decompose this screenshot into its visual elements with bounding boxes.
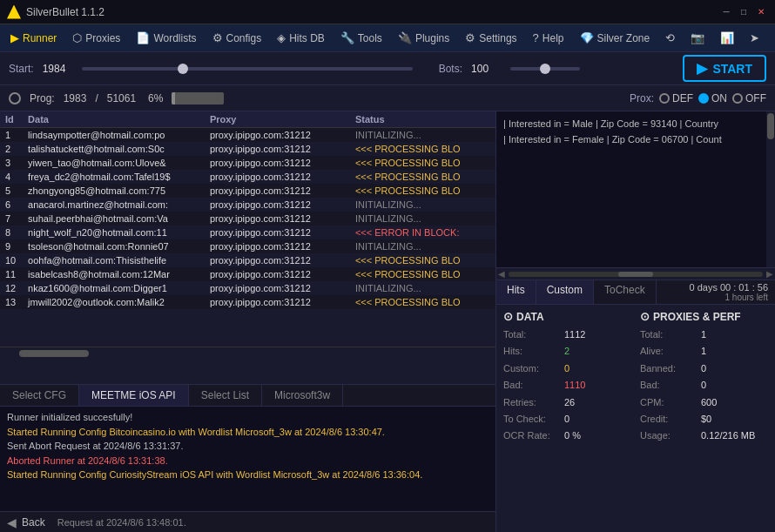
main-content: Id Data Proxy Status 1 lindsaympotter@ho…: [0, 111, 775, 532]
nav-label-hitsdb: Hits DB: [289, 32, 325, 44]
table-row[interactable]: 8 night_wolf_n20@hotmail.com:11 proxy.ip…: [0, 226, 495, 239]
right-hscroll-thumb[interactable]: [618, 272, 653, 277]
table-row[interactable]: 1 lindsaympotter@hotmail.com:po proxy.ip…: [0, 128, 495, 143]
back-button[interactable]: ◀ Back Request at 2024/8/6 13:48:01.: [0, 511, 495, 532]
cell-id: 2: [0, 142, 23, 156]
nav-item-settings[interactable]: ⚙Settings: [458, 28, 523, 48]
proxies-stats-col: ⊙ PROXIES & PERF Total:1Alive:1Banned:0B…: [640, 310, 768, 527]
nav-icon-help: ?: [533, 31, 539, 44]
hscroll-right-arrow[interactable]: ▶: [766, 269, 773, 279]
nav-item-wordlists[interactable]: 📄Wordlists: [129, 28, 203, 48]
table-row[interactable]: 13 jmwill2002@outlook.com:Malik2 proxy.i…: [0, 295, 495, 309]
table-row[interactable]: 7 suhail.peerbhai@hotmail.com:Va proxy.i…: [0, 212, 495, 226]
nav-item-plugins[interactable]: 🔌Plugins: [391, 28, 456, 48]
cell-id: 11: [0, 267, 23, 281]
nav-item-camera[interactable]: 📷: [684, 28, 711, 48]
log-area: Runner initialized succesfully!Started R…: [0, 407, 495, 511]
cell-proxy: proxy.ipipgo.com:31212: [205, 212, 350, 226]
stats-tab-tocheck[interactable]: ToCheck: [594, 280, 657, 304]
proxy-def-radio[interactable]: [659, 93, 670, 104]
cell-id: 7: [0, 212, 23, 226]
tab-item-select-list[interactable]: Select List: [189, 385, 262, 406]
nav-label-silverzone: Silver Zone: [597, 32, 650, 44]
proxy-on-radio[interactable]: [698, 93, 709, 104]
stat-value: 0 %: [564, 429, 581, 442]
tab-item-select-cfg[interactable]: Select CFG: [0, 385, 79, 406]
table-scroll-area[interactable]: Id Data Proxy Status 1 lindsaympotter@ho…: [0, 111, 495, 347]
log-line: Started Running Config Bitcoincasino.io …: [7, 425, 489, 440]
nav-item-configs[interactable]: ⚙Configs: [206, 28, 269, 48]
log-line: Sent Abort Request at 2024/8/6 13:31:37.: [7, 439, 489, 454]
nav-item-proxies[interactable]: ⬡Proxies: [65, 28, 127, 48]
table-row[interactable]: 12 nkaz1600@hotmail.com:Digger1 proxy.ip…: [0, 281, 495, 295]
right-output-scrollbar[interactable]: [766, 111, 775, 267]
tab-item-meetme-ios-api[interactable]: MEETME iOS API: [79, 385, 189, 406]
right-hscroll[interactable]: ◀ ▶: [496, 268, 775, 280]
proxies-stat-row: Total:1: [640, 328, 768, 341]
timer-display: 0 days 00 : 01 : 56 1 hours left: [682, 280, 775, 304]
cell-status: <<< ERROR IN BLOCK:: [350, 226, 495, 239]
nav-item-hitsdb[interactable]: ◈Hits DB: [270, 28, 332, 48]
stat-label: To Check:: [503, 413, 564, 426]
data-stat-row: Total:1112: [503, 328, 631, 341]
table-row[interactable]: 10 oohfa@hotmail.com:Thisisthelife proxy…: [0, 253, 495, 267]
stats-tabs: Hits Custom ToCheck 0 days 00 : 01 : 56 …: [496, 280, 775, 305]
bots-slider[interactable]: [510, 67, 580, 71]
table-row[interactable]: 6 anacarol.martinez@hotmail.com: proxy.i…: [0, 198, 495, 212]
start-value: 1984: [43, 63, 73, 75]
cell-data: jmwill2002@outlook.com:Malik2: [23, 295, 205, 309]
nav-item-history[interactable]: ⟲: [658, 28, 682, 48]
right-scroll-thumb[interactable]: [767, 113, 774, 139]
output-line: | Interested in = Female | Zip Code = 06…: [503, 132, 768, 148]
nav-item-tools[interactable]: 🔧Tools: [334, 28, 389, 48]
start-slider[interactable]: [82, 67, 413, 71]
data-stat-row: OCR Rate:0 %: [503, 429, 631, 442]
cell-id: 3: [0, 156, 23, 170]
data-stats-header: ⊙ DATA: [503, 310, 631, 323]
stats-tab-hits[interactable]: Hits: [496, 280, 536, 304]
cell-status: INITIALIZING...: [350, 128, 495, 143]
nav-icon-runner: ▶: [10, 31, 19, 44]
data-stats-rows: Total:1112Hits:2Custom:0Bad:1110Retries:…: [503, 328, 631, 443]
data-stat-row: Hits:2: [503, 345, 631, 358]
nav-item-runner[interactable]: ▶Runner: [3, 28, 64, 48]
maximize-button[interactable]: □: [737, 5, 751, 19]
table-row[interactable]: 2 talishatuckett@hotmail.com:S0c proxy.i…: [0, 142, 495, 156]
minimize-button[interactable]: ─: [719, 5, 733, 19]
cell-data: oohfa@hotmail.com:Thisisthelife: [23, 253, 205, 267]
nav-item-chart[interactable]: 📊: [713, 28, 741, 48]
data-table: Id Data Proxy Status 1 lindsaympotter@ho…: [0, 111, 495, 309]
proxy-off-radio[interactable]: [732, 93, 743, 104]
tab-item-microsoft3w[interactable]: Microsoft3w: [262, 385, 343, 406]
stats-tab-custom[interactable]: Custom: [536, 280, 594, 304]
cell-status: INITIALIZING...: [350, 198, 495, 212]
cell-data: night_wolf_n20@hotmail.com:11: [23, 226, 205, 239]
col-header-id: Id: [0, 111, 23, 128]
proxies-stat-row: Bad:0: [640, 379, 768, 392]
log-line: Runner initialized succesfully!: [7, 410, 489, 425]
hscroll-left-arrow[interactable]: ◀: [498, 269, 505, 279]
hours-left: 1 hours left: [725, 293, 768, 302]
nav-item-silverzone[interactable]: 💎Silver Zone: [573, 28, 657, 48]
right-hscroll-track: [509, 272, 763, 277]
nav-icon-proxies: ⬡: [72, 31, 82, 44]
table-row[interactable]: 9 tsoleson@hotmail.com:Ronnie07 proxy.ip…: [0, 239, 495, 253]
hscroll-thumb[interactable]: [19, 350, 89, 357]
start-button[interactable]: ▶ START: [683, 55, 766, 82]
close-button[interactable]: ✕: [754, 5, 768, 19]
table-row[interactable]: 5 zhongyong85@hotmail.com:775 proxy.ipip…: [0, 184, 495, 198]
table-row[interactable]: 4 freya_dc2@hotmail.com:Tafel19$ proxy.i…: [0, 170, 495, 184]
nav-label-tools: Tools: [358, 32, 382, 44]
stat-value: 1: [701, 345, 706, 358]
progress-radio[interactable]: [9, 92, 21, 104]
data-stat-row: Retries:26: [503, 396, 631, 409]
nav-item-help[interactable]: ?Help: [526, 28, 571, 48]
cell-proxy: proxy.ipipgo.com:31212: [205, 128, 350, 143]
proxy-radios: Prox: DEF ON OFF: [630, 92, 766, 104]
nav-item-send[interactable]: ➤: [743, 28, 766, 48]
cell-status: INITIALIZING...: [350, 239, 495, 253]
table-row[interactable]: 11 isabelcash8@hotmail.com:12Mar proxy.i…: [0, 267, 495, 281]
table-row[interactable]: 3 yiwen_tao@hotmail.com:Ulove& proxy.ipi…: [0, 156, 495, 170]
table-hscroll[interactable]: [0, 347, 495, 359]
start-label: Start:: [9, 63, 34, 75]
